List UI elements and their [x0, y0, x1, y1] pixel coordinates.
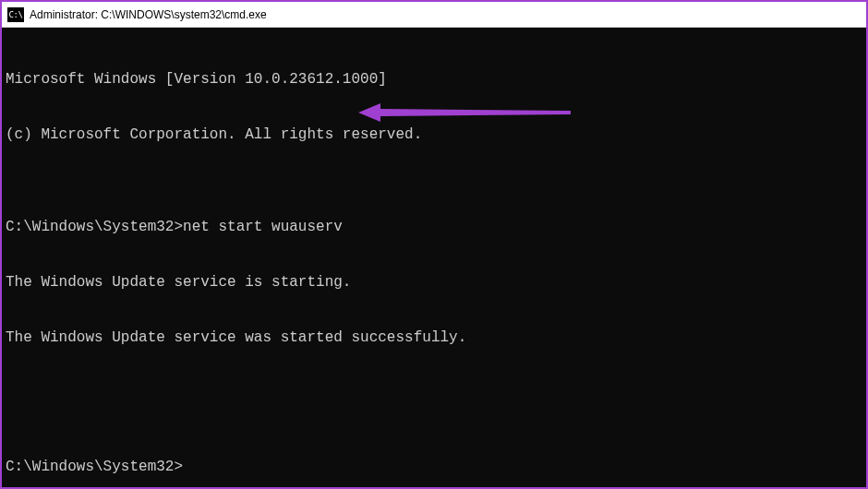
terminal-line: The Windows Update service was started s… — [6, 328, 862, 347]
window-title: Administrator: C:\WINDOWS\system32\cmd.e… — [30, 8, 267, 21]
cmd-icon: C:\ — [7, 7, 24, 22]
window-titlebar[interactable]: C:\ Administrator: C:\WINDOWS\system32\c… — [2, 2, 866, 28]
terminal-line: C:\Windows\System32>net start wuauserv — [6, 218, 862, 236]
terminal-line: C:\Windows\System32> — [6, 458, 862, 476]
terminal-area[interactable]: Microsoft Windows [Version 10.0.23612.10… — [2, 28, 866, 487]
svg-marker-0 — [358, 103, 571, 122]
terminal-line: Microsoft Windows [Version 10.0.23612.10… — [6, 70, 862, 89]
terminal-line: (c) Microsoft Corporation. All rights re… — [6, 125, 862, 144]
terminal-line: The Windows Update service is starting. — [6, 273, 862, 292]
